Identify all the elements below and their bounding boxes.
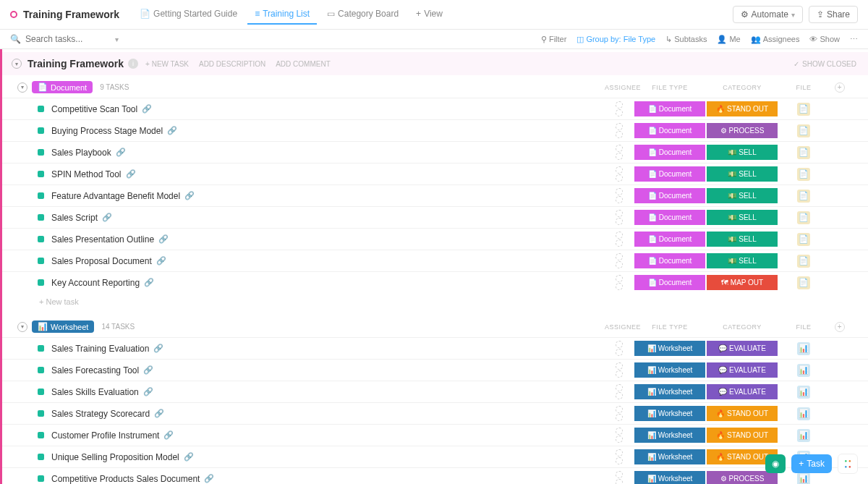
task-name[interactable]: Sales Proposal Document (51, 256, 152, 266)
search-input[interactable] (25, 34, 98, 44)
attachment-icon[interactable]: 🔗 (142, 104, 152, 114)
task-name[interactable]: Feature Advantage Benefit Model (51, 191, 180, 201)
file-cell[interactable]: 📊 (778, 342, 829, 355)
task-row[interactable]: SPIN Method Tool 🔗 📄Document 💵SELL 📄 (0, 163, 868, 184)
status-bullet[interactable] (38, 345, 44, 352)
file-type-pill[interactable]: 📄Document (634, 166, 705, 182)
category-pill[interactable]: 💵SELL (707, 145, 778, 160)
task-row[interactable]: Competitive Scan Tool 🔗 📄Document 🔥STAND… (0, 98, 868, 119)
file-type-pill[interactable]: 📄Document (634, 253, 705, 268)
attachment-icon[interactable]: 🔗 (184, 452, 194, 462)
attachment-icon[interactable]: 🔗 (126, 169, 136, 179)
task-row[interactable]: Feature Advantage Benefit Model 🔗 📄Docum… (0, 184, 868, 206)
more-icon[interactable]: ⋯ (850, 35, 858, 44)
task-name[interactable]: Key Account Reporting (51, 278, 140, 288)
file-type-pill[interactable]: 📊Worksheet (634, 449, 705, 464)
attachment-icon[interactable]: 🔗 (156, 256, 166, 266)
attachment-icon[interactable]: 🔗 (184, 191, 195, 200)
add-comment-button[interactable]: ADD COMMENT (276, 60, 331, 68)
status-bullet[interactable] (38, 192, 44, 199)
file-cell[interactable]: 📄 (778, 276, 829, 289)
status-bullet[interactable] (38, 367, 44, 373)
task-name[interactable]: Sales Presentation Outline (51, 234, 154, 245)
subtasks-button[interactable]: ↳Subtasks (665, 35, 707, 44)
task-row[interactable]: Sales Playbook 🔗 📄Document 💵SELL 📄 (0, 141, 868, 163)
task-row[interactable]: Sales Training Evaluation 🔗 📊Worksheet 💬… (0, 337, 868, 359)
category-pill[interactable]: 🔥STAND OUT (707, 406, 778, 421)
task-row[interactable]: Sales Forecasting Tool 🔗 📊Worksheet 💬EVA… (0, 359, 868, 381)
task-name[interactable]: Sales Playbook (51, 148, 111, 158)
attachment-icon[interactable]: 🔗 (163, 430, 174, 440)
me-button[interactable]: 👤Me (717, 35, 740, 44)
assignee-slot[interactable] (605, 101, 634, 116)
file-cell[interactable]: 📄 (778, 211, 829, 224)
new-task-button[interactable]: + NEW TASK (145, 60, 189, 68)
file-type-pill[interactable]: 📄Document (634, 275, 705, 290)
add-column-button[interactable]: + (829, 322, 851, 332)
status-bullet[interactable] (38, 454, 44, 460)
collapse-icon[interactable]: ▾ (12, 59, 22, 69)
file-cell[interactable]: 📄 (778, 103, 829, 116)
file-type-pill[interactable]: 📊Worksheet (634, 362, 705, 378)
filter-button[interactable]: ⚲Filter (541, 35, 566, 44)
task-row[interactable]: Unique Selling Proposition Model 🔗 📊Work… (0, 446, 868, 467)
category-pill[interactable]: 🔥STAND OUT (707, 428, 778, 443)
attachment-icon[interactable]: 🔗 (167, 126, 177, 135)
tab-category-board[interactable]: ▭Category Board (320, 4, 406, 25)
file-type-pill[interactable]: 📄Document (634, 232, 705, 247)
task-name[interactable]: Sales Training Evaluation (51, 344, 149, 354)
assignee-slot[interactable] (605, 428, 634, 443)
task-row[interactable]: Sales Presentation Outline 🔗 📄Document 💵… (0, 228, 868, 250)
task-name[interactable]: Sales Skills Evaluation (51, 387, 139, 397)
group-badge[interactable]: 📄Document (32, 81, 93, 93)
status-bullet[interactable] (38, 279, 44, 286)
attachment-icon[interactable]: 🔗 (153, 344, 163, 353)
assignees-button[interactable]: 👥Assignees (751, 35, 800, 44)
attachment-icon[interactable]: 🔗 (143, 387, 153, 396)
task-row[interactable]: Customer Profile Instrument 🔗 📊Worksheet… (0, 424, 868, 446)
status-bullet[interactable] (38, 258, 44, 264)
assignee-slot[interactable] (605, 341, 634, 356)
file-cell[interactable]: 📄 (778, 146, 829, 159)
file-type-pill[interactable]: 📊Worksheet (634, 406, 705, 421)
show-button[interactable]: 👁Show (809, 35, 840, 43)
assignee-slot[interactable] (605, 232, 634, 247)
task-row[interactable]: Sales Strategy Scorecard 🔗 📊Worksheet 🔥S… (0, 402, 868, 424)
attachment-icon[interactable]: 🔗 (154, 409, 164, 418)
category-pill[interactable]: 🔥STAND OUT (707, 101, 778, 116)
attachment-icon[interactable]: 🔗 (102, 213, 112, 222)
file-type-pill[interactable]: 📊Worksheet (634, 428, 705, 443)
category-pill[interactable]: 💵SELL (707, 166, 778, 182)
attachment-icon[interactable]: 🔗 (158, 234, 169, 244)
task-name[interactable]: Sales Strategy Scorecard (51, 409, 150, 419)
assignee-slot[interactable] (605, 362, 634, 378)
info-icon[interactable]: i (128, 59, 138, 69)
category-pill[interactable]: 💵SELL (707, 210, 778, 225)
assignee-slot[interactable] (605, 210, 634, 225)
file-cell[interactable]: 📄 (778, 168, 829, 181)
task-row[interactable]: Sales Skills Evaluation 🔗 📊Worksheet 💬EV… (0, 381, 868, 402)
new-task-fab[interactable]: +Task (791, 454, 832, 473)
file-cell[interactable]: 📊 (778, 429, 829, 442)
attachment-icon[interactable]: 🔗 (143, 365, 153, 375)
task-name[interactable]: Sales Script (51, 213, 98, 223)
collapse-group-icon[interactable]: ▾ (17, 322, 27, 332)
file-type-pill[interactable]: 📄Document (634, 101, 705, 116)
collapse-group-icon[interactable]: ▾ (17, 82, 27, 93)
status-bullet[interactable] (38, 410, 44, 417)
add-description-button[interactable]: ADD DESCRIPTION (199, 60, 265, 68)
assignee-slot[interactable] (605, 406, 634, 421)
status-bullet[interactable] (38, 149, 44, 156)
assignee-slot[interactable] (605, 384, 634, 399)
file-type-pill[interactable]: 📊Worksheet (634, 384, 705, 399)
category-pill[interactable]: 🗺MAP OUT (707, 275, 778, 290)
status-bullet[interactable] (38, 236, 44, 242)
task-name[interactable]: Sales Forecasting Tool (51, 365, 139, 375)
attachment-icon[interactable]: 🔗 (116, 148, 126, 157)
category-pill[interactable]: 💵SELL (707, 188, 778, 203)
file-cell[interactable]: 📄 (778, 233, 829, 246)
apps-button[interactable]: ●●●● (838, 454, 858, 474)
tab-getting-started[interactable]: 📄Getting Started Guide (132, 4, 244, 25)
category-pill[interactable]: 💬EVALUATE (707, 362, 778, 378)
category-pill[interactable]: 💬EVALUATE (707, 341, 778, 356)
